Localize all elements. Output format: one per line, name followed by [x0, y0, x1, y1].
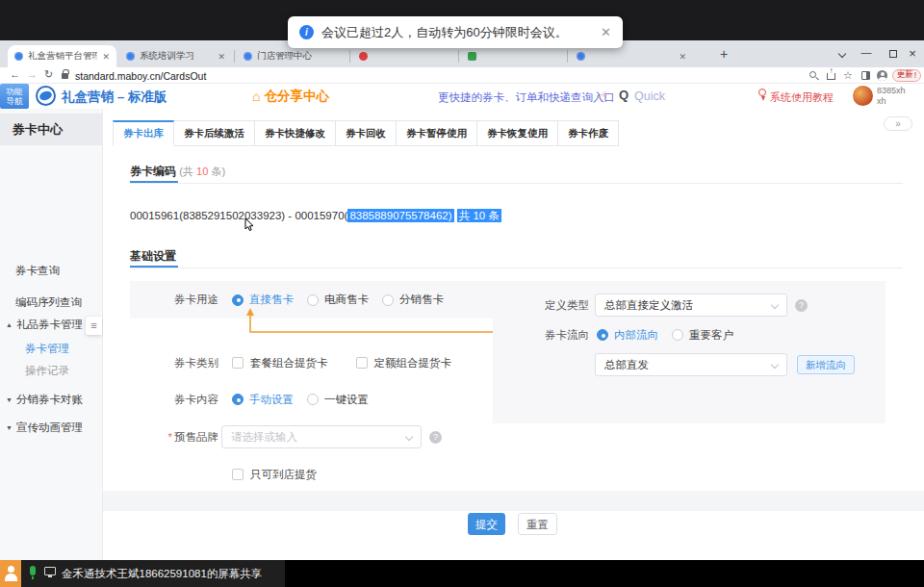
tab-quick-modify[interactable]: 券卡快捷修改 [255, 120, 336, 146]
option-internal-flow[interactable]: 内部流向 [614, 328, 658, 343]
define-type-select[interactable]: 总部直接定义激活 [595, 294, 787, 317]
radio-direct-sale-selected[interactable] [232, 294, 244, 306]
checkbox-fixed-amount[interactable] [356, 357, 368, 369]
submit-button[interactable]: 提交 [468, 513, 505, 535]
side-panel-icon[interactable] [861, 71, 870, 80]
brand-label: *预售品牌 [130, 430, 218, 445]
tab-void[interactable]: 券卡作废 [558, 120, 619, 146]
sidebar-item-card-query[interactable]: 券卡查询 [15, 264, 60, 278]
option-store-pickup-only[interactable]: 只可到店提货 [250, 468, 317, 482]
option-combo-package[interactable]: 套餐组合提货卡 [250, 356, 328, 370]
tab-cards-out[interactable]: 券卡出库 [113, 120, 174, 146]
radio-one-click-setup[interactable] [307, 394, 319, 405]
tab-resume[interactable]: 券卡恢复使用 [477, 120, 558, 146]
browser-tab[interactable]: 系统培训学习 ✕ [119, 45, 232, 67]
radio-internal-flow-selected[interactable] [597, 329, 608, 341]
profile-icon[interactable] [877, 70, 887, 81]
category-label: 券卡类别 [130, 356, 218, 370]
option-distribution-sale[interactable]: 分销售卡 [399, 293, 444, 307]
sidebar-group-distribution-reconcile[interactable]: ▼分销券卡对账 [6, 393, 83, 407]
window-minimize-button[interactable]: — [858, 46, 875, 58]
sidebar-group-promo-animation[interactable]: ▼宣传动画管理 [6, 421, 83, 435]
app-title: 礼盒营销 – 标准版 [62, 89, 167, 106]
help-icon[interactable]: ? [795, 299, 808, 312]
browser-tab[interactable]: 门店管理中心 [237, 45, 347, 67]
tab-recycle[interactable]: 券卡回收 [336, 120, 397, 146]
flow-select[interactable]: 总部直发 [595, 353, 787, 376]
tab-suspend[interactable]: 券卡暂停使用 [397, 120, 477, 146]
lock-icon[interactable] [62, 73, 68, 79]
screen-share-bar: 金禾通技术王斌18662591081的屏幕共享 [0, 560, 924, 587]
option-ecommerce-sale[interactable]: 电商售卡 [324, 293, 369, 307]
option-direct-sale[interactable]: 直接售卡 [249, 293, 294, 307]
window-close-button[interactable]: × [904, 46, 921, 61]
store-only-row: 只可到店提货 [130, 467, 317, 482]
tab-separator [458, 50, 459, 63]
tutorial-link[interactable]: 系统使用教程 [770, 90, 834, 105]
quick-label[interactable]: Quick [634, 89, 665, 103]
tab-separator [567, 50, 568, 63]
option-fixed-amount[interactable]: 定额组合提货卡 [374, 356, 452, 370]
radio-manual-setup-selected[interactable] [232, 394, 244, 405]
browser-addressbar: ← → ↻ standard.maboy.cn/CardsOut ☆ 更新! [0, 67, 924, 84]
checkbox-combo-package[interactable] [232, 357, 244, 369]
chevron-down-icon [771, 301, 779, 309]
back-icon[interactable]: ← [10, 68, 20, 80]
function-nav-toggle[interactable]: 功能 导航 [0, 84, 29, 109]
radio-distribution-sale[interactable] [382, 294, 394, 306]
sidebar-group-gift-card-mgmt[interactable]: ▲礼品券卡管理 [6, 318, 83, 332]
share-center-link[interactable]: ⌂ 仓分享中心 [252, 88, 329, 105]
select-placeholder: 请选择或输入 [231, 430, 297, 445]
share-icon[interactable] [827, 73, 835, 80]
tab-close-icon[interactable]: ✕ [679, 52, 686, 62]
url-text[interactable]: standard.maboy.cn/CardsOut [75, 70, 206, 82]
new-tab-button[interactable]: + [720, 46, 728, 62]
content-row: 券卡内容 手动设置 一键设置 [130, 387, 369, 412]
option-one-click-setup[interactable]: 一键设置 [324, 393, 369, 407]
sidebar-collapse-handle[interactable]: ≡ [86, 317, 102, 335]
browser-tab-active[interactable]: 礼盒营销平台管理中心 ✕ [8, 45, 116, 67]
reload-icon[interactable]: ↻ [44, 68, 53, 81]
browser-tab-partial[interactable] [352, 45, 456, 67]
chrome-update-button[interactable]: 更新! [892, 69, 921, 82]
quick-entry-hint[interactable]: 更快捷的券卡、订单和快递查询入口 [438, 90, 615, 105]
forward-icon[interactable]: → [27, 68, 38, 80]
browser-tab-partial[interactable]: ✕ [570, 45, 693, 67]
window-maximize-button[interactable] [889, 50, 897, 58]
option-important-customer[interactable]: 重要客户 [689, 328, 733, 343]
sidebar-item-code-sequence-query[interactable]: 编码序列查询 [15, 295, 82, 310]
participant-icon[interactable] [0, 560, 21, 587]
sidebar-item-card-management-active[interactable]: 券卡管理 [25, 342, 69, 356]
checkbox-store-pickup-only[interactable] [232, 469, 244, 480]
browser-tab-partial[interactable] [461, 45, 565, 67]
flow-row: 券卡流向 内部流向 重要客户 [493, 327, 733, 343]
radio-ecommerce-sale[interactable] [307, 294, 319, 306]
help-icon[interactable]: ? [429, 431, 442, 444]
card-action-tabs: 券卡出库 券卡后续激活 券卡快捷修改 券卡回收 券卡暂停使用 券卡恢复使用 券卡… [113, 120, 619, 146]
presale-brand-select[interactable]: 请选择或输入 [221, 425, 422, 448]
meeting-toast: i 会议已超过2人，自动转为60分钟限时会议。 ✕ [288, 16, 623, 48]
bookmark-star-icon[interactable]: ☆ [843, 69, 853, 82]
info-icon: i [299, 25, 314, 39]
share-status-pill: 金禾通技术王斌18662591081的屏幕共享 [0, 560, 285, 587]
panel-collapse-button[interactable]: » [884, 116, 912, 131]
option-manual-setup[interactable]: 手动设置 [249, 393, 294, 407]
flow-select-row: 总部直发 [493, 353, 787, 376]
tab-title: 系统培训学习 [140, 50, 194, 63]
sidebar-title: 券卡中心 [0, 114, 103, 145]
tab-follow-activate[interactable]: 券卡后续激活 [174, 120, 255, 146]
sidebar-item-operation-log[interactable]: 操作记录 [25, 364, 69, 378]
toast-close-icon[interactable]: ✕ [601, 25, 611, 39]
quick-search-icon[interactable]: Q [619, 88, 629, 102]
zoom-icon[interactable] [809, 71, 816, 78]
user-avatar[interactable] [853, 86, 873, 106]
tab-close-icon[interactable]: ✕ [218, 52, 225, 62]
microphone-icon[interactable] [30, 566, 36, 575]
warehouse-icon: ⌂ [252, 89, 260, 104]
tab-close-icon[interactable]: ✕ [102, 52, 110, 62]
reset-button[interactable]: 重置 [518, 513, 557, 535]
radio-important-customer[interactable] [672, 329, 683, 341]
tab-favicon [14, 52, 23, 61]
chevron-down-icon [771, 361, 779, 369]
add-flow-button[interactable]: 新增流向 [797, 355, 855, 374]
